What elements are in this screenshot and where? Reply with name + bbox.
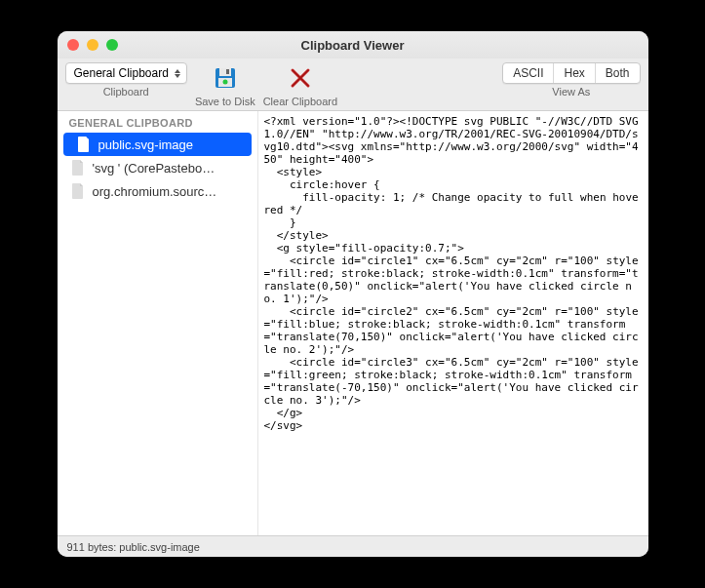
zoom-button[interactable]	[106, 39, 118, 51]
sidebar-item-label: public.svg-image	[98, 137, 194, 152]
clear-clipboard-button[interactable]	[285, 62, 316, 94]
app-window: Clipboard Viewer General Clipboard Clipb…	[58, 31, 648, 557]
titlebar[interactable]: Clipboard Viewer	[58, 31, 648, 59]
clipboard-group-label: Clipboard	[103, 86, 149, 98]
sidebar-header: GENERAL CLIPBOARD	[58, 111, 257, 133]
content-view[interactable]: <?xml version="1.0"?><!DOCTYPE svg PUBLI…	[258, 111, 648, 535]
clipboard-select[interactable]: General Clipboard	[65, 62, 187, 84]
traffic-lights	[67, 39, 118, 51]
document-icon	[77, 137, 91, 152]
minimize-button[interactable]	[87, 39, 98, 51]
clipboard-select-value: General Clipboard	[74, 66, 169, 80]
view-as-label: View As	[552, 86, 590, 98]
save-label: Save to Disk	[195, 96, 255, 107]
save-group: Save to Disk	[195, 62, 255, 107]
view-both-button[interactable]: Both	[596, 63, 640, 83]
floppy-disk-icon	[213, 65, 238, 91]
sidebar: GENERAL CLIPBOARD public.svg-image 'svg …	[58, 111, 258, 535]
x-icon	[289, 66, 312, 90]
clear-group: Clear Clipboard	[263, 62, 337, 107]
sidebar-item[interactable]: public.svg-image	[63, 133, 252, 156]
status-text: 911 bytes: public.svg-image	[67, 541, 200, 553]
toolbar: General Clipboard Clipboard Save to Disk	[58, 59, 648, 111]
close-button[interactable]	[67, 39, 79, 51]
window-title: Clipboard Viewer	[58, 38, 648, 53]
document-icon	[71, 183, 85, 199]
statusbar: 911 bytes: public.svg-image	[58, 535, 648, 557]
view-ascii-button[interactable]: ASCII	[503, 63, 554, 83]
sidebar-item-label: org.chromium.sourc…	[93, 184, 217, 199]
sidebar-item[interactable]: org.chromium.sourc…	[58, 179, 257, 203]
view-hex-button[interactable]: Hex	[554, 63, 595, 83]
view-as-segmented: ASCII Hex Both	[502, 62, 640, 84]
svg-rect-1	[219, 68, 231, 76]
view-as-group: ASCII Hex Both View As	[502, 62, 640, 98]
svg-rect-2	[226, 69, 229, 74]
document-icon	[71, 160, 85, 176]
svg-point-4	[222, 80, 227, 85]
sidebar-item-label: 'svg ' (CorePastebo…	[93, 161, 215, 176]
clipboard-group: General Clipboard Clipboard	[65, 62, 187, 98]
chevron-updown-icon	[173, 66, 182, 80]
clear-label: Clear Clipboard	[263, 96, 337, 107]
main-area: GENERAL CLIPBOARD public.svg-image 'svg …	[58, 111, 648, 535]
save-to-disk-button[interactable]	[210, 62, 241, 94]
sidebar-item[interactable]: 'svg ' (CorePastebo…	[58, 156, 257, 179]
